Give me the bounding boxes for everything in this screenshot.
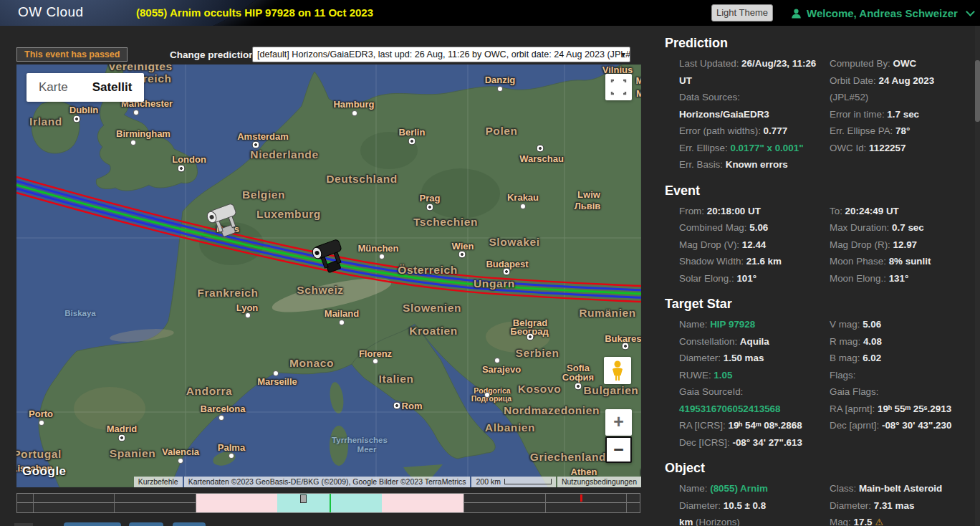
map-label-porto: Porto: [29, 408, 53, 419]
field-label: Err. Ellipse:: [679, 143, 730, 153]
map-canvas[interactable]: VereinigtesKönigreichIrlandNiederlandeBe…: [16, 64, 641, 487]
welcome-text: Welcome, Andreas Schweizer: [807, 7, 958, 19]
timeline-segment: [382, 494, 463, 512]
street-view-pegman-button[interactable]: [604, 357, 631, 384]
field-value: km: [679, 517, 696, 526]
keyboard-shortcuts-link[interactable]: Kurzbefehle: [134, 477, 183, 487]
field-value: 1122257: [869, 143, 905, 153]
map-city-dot: [373, 358, 378, 364]
partial-button[interactable]: [64, 522, 121, 526]
field-label: To:: [830, 206, 845, 216]
section-column: V mag: 5.06R mag: 4.08B mag: 6.02Flags: …: [830, 316, 974, 451]
field-value-link[interactable]: 4195316706052413568: [679, 403, 781, 414]
map-label-biskaya: Biskaya: [64, 309, 95, 317]
field-label: Computed By:: [830, 58, 893, 69]
field-value: 17.5: [853, 517, 872, 526]
light-theme-button[interactable]: Light Theme: [711, 4, 773, 21]
field-row: Dec [aprnt]: -08° 30' 43".230: [830, 417, 974, 434]
field-value-link[interactable]: HIP 97928: [710, 319, 755, 330]
field-row: Error (path widths): 0.777: [679, 123, 825, 140]
zoom-out-button[interactable]: −: [605, 436, 632, 463]
field-value: Known errors: [726, 159, 788, 170]
map-type-karte-button[interactable]: Karte: [27, 73, 80, 102]
field-row: Class: Main-belt Asteroid: [830, 480, 974, 497]
map-label-tschechien: Tschechien: [413, 216, 478, 229]
map-capital-dot: [252, 141, 260, 149]
chevron-down-icon: [966, 7, 975, 16]
map-scale: 200 km: [471, 477, 555, 487]
fullscreen-button[interactable]: [605, 74, 632, 100]
field-label: Dec [aprnt]:: [830, 420, 882, 431]
field-value: 78°: [895, 125, 910, 136]
partial-button[interactable]: [129, 522, 163, 526]
field-label: Diameter:: [679, 353, 724, 363]
map-city-dot: [497, 86, 503, 92]
map-label-italien: Italien: [379, 373, 414, 386]
section-column: From: 20:18:00 UTCombined Mag: 5.06Mag D…: [679, 203, 825, 287]
user-menu[interactable]: Welcome, Andreas Schweizer: [791, 4, 974, 21]
field-label: Gaia Flags:: [830, 386, 878, 397]
field-row: Flags:: [830, 367, 974, 384]
field-row: Moon Phase: 8% sunlit: [830, 253, 974, 270]
map-capital-dot: [458, 251, 466, 259]
map-capital-dot: [73, 115, 81, 123]
field-row: Err. Basis: Known errors: [679, 156, 825, 173]
partial-button[interactable]: [173, 522, 206, 526]
field-label: Flags:: [830, 370, 855, 381]
section-column: To: 20:24:49 UTMax Duration: 0.7 secMag …: [830, 203, 974, 287]
map-label-подгорица: Подгорица: [471, 394, 511, 403]
field-label: Error in time:: [830, 109, 887, 120]
section-column: Name: (8055) ArnimDiameter: 10.5 ± 0.8km…: [679, 480, 825, 526]
field-label: Last Updated:: [679, 58, 741, 69]
map-label-schweiz: Schweiz: [297, 284, 343, 297]
field-row: Gaia SourceId: 4195316706052413568: [679, 383, 825, 417]
event-timeline-bar[interactable]: [16, 493, 640, 513]
map-label-spanien: Spanien: [110, 447, 156, 460]
timeline-slider-handle[interactable]: [300, 494, 307, 503]
map-label-frankreich: Frankreich: [197, 287, 258, 300]
event-passed-badge: This event has passed: [16, 47, 128, 62]
field-value: 12.44: [742, 239, 767, 250]
map-label-kosovo: Kosovo: [518, 383, 561, 396]
field-label: Mag:: [830, 517, 854, 526]
map-city-dot: [494, 358, 500, 363]
field-row: R mag: 4.08: [830, 333, 974, 350]
field-suffix: (JPL#52): [830, 92, 868, 102]
field-label: R mag:: [830, 336, 863, 347]
timeline-divider: [33, 494, 34, 512]
field-suffix: (Horizons): [696, 517, 740, 526]
prediction-select[interactable]: [default] Horizons/GaiaEDR3, last upd: 2…: [252, 47, 630, 62]
timeline-divider: [545, 494, 546, 512]
map-type-satellit-button[interactable]: Satellit: [80, 73, 145, 102]
field-row: Mag Drop (R): 12.97: [830, 236, 974, 254]
observer-station-icon[interactable]: [309, 236, 350, 280]
map-label-lwiw: Lwiw: [577, 189, 600, 200]
observer-station-icon[interactable]: [204, 200, 244, 244]
field-value: 5.06: [749, 222, 768, 233]
details-panel: PredictionLast Updated: 26/Aug/23, 11:26…: [652, 26, 974, 526]
zoom-in-button[interactable]: +: [605, 409, 632, 436]
field-label: Moon Elong.:: [830, 273, 889, 284]
map-city-dot: [218, 415, 224, 421]
map-label-slowenien: Slowenien: [403, 302, 461, 315]
panel-scrollbar-thumb[interactable]: [975, 60, 980, 122]
map-label-florenz: Florenz: [359, 348, 392, 359]
map-label-danzig: Danzig: [485, 75, 516, 85]
field-row: V mag: 5.06: [830, 316, 974, 333]
map-label-london: London: [172, 154, 206, 165]
bottom-partial-label: [14, 523, 33, 526]
map-label-marseille: Marseille: [257, 376, 297, 387]
field-row: Mag: 17.5⚠: [830, 514, 974, 526]
section-column: Last Updated: 26/Aug/23, 11:26 UTData So…: [679, 55, 825, 173]
map-label-madrid: Madrid: [107, 424, 138, 434]
terms-of-use-link[interactable]: Nutzungsbedingungen: [557, 477, 641, 487]
map-capital-dot: [178, 165, 186, 173]
map-attribution-bar: Kurzbefehle Kartendaten ©2023 GeoBasis-D…: [16, 477, 641, 487]
section-columns: Name: (8055) ArnimDiameter: 10.5 ± 0.8km…: [679, 480, 974, 526]
section-title-target-star: Target Star: [665, 297, 974, 312]
field-value: 21.6 km: [746, 256, 782, 267]
field-value-link[interactable]: (8055) Arnim: [710, 483, 768, 494]
map-type-control: Karte Satellit: [27, 73, 144, 102]
top-bar: OW Cloud (8055) Arnim occults HIP 97928 …: [0, 0, 980, 26]
map-label-prag: Prag: [420, 193, 441, 204]
